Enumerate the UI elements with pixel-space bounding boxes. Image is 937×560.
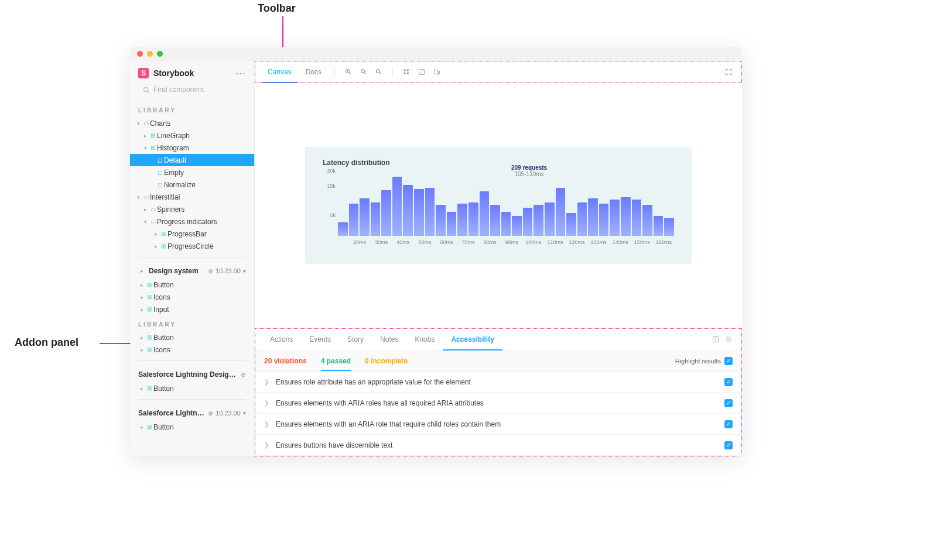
addon-tab-story[interactable]: Story (339, 328, 372, 351)
x-tick: 20ms (350, 239, 370, 245)
chart-bar (545, 202, 555, 236)
chart-bar (447, 212, 457, 236)
tree-label: ProgressCircle (167, 242, 249, 250)
component-icon: ⊞ (159, 243, 167, 249)
chevron-down-icon: ▾ (243, 410, 246, 416)
tree-folder-spinners[interactable]: ▸ ▭ Spinners (130, 203, 254, 215)
caret-icon: ▸ (138, 268, 145, 274)
addon-tab-actions[interactable]: Actions (262, 328, 301, 351)
chart-bar (414, 189, 424, 236)
component-icon: ⊞ (145, 281, 153, 288)
addon-tab-notes[interactable]: Notes (372, 328, 406, 351)
group-salesforce-2[interactable]: Salesforce Lightni... ⊕ 10.23.00 ▾ (130, 404, 254, 421)
sidebar-more-button[interactable]: ··· (236, 69, 246, 78)
tree-component-input[interactable]: ▸⊞Input (130, 303, 254, 315)
canvas-area: Latency distribution 209 requests 105-11… (255, 83, 742, 328)
viewport-icon[interactable] (430, 68, 443, 76)
a11y-violations-tab[interactable]: 20 violations (264, 357, 307, 365)
a11y-rule-text: Ensures role attribute has an appropriat… (276, 378, 719, 386)
tab-canvas[interactable]: Canvas (262, 61, 297, 83)
tree-component-progresscircle[interactable]: ▸ ⊞ ProgressCircle (130, 240, 254, 252)
x-tick: 40ms (393, 239, 413, 245)
tree-label: Normalize (164, 181, 249, 189)
window-close-button[interactable] (137, 51, 143, 57)
tree-label: Button (153, 334, 249, 342)
chart-bar (349, 204, 359, 236)
app-title: Storybook (153, 68, 236, 78)
chart-bar (512, 216, 522, 236)
tree-story-default[interactable]: ◻ Default (130, 154, 254, 166)
component-icon: ⊞ (145, 334, 153, 341)
background-icon[interactable] (415, 68, 428, 76)
a11y-rule-row[interactable]: ❯Ensures role attribute has an appropria… (255, 372, 742, 393)
addon-tab-accessibility[interactable]: Accessibility (443, 328, 502, 351)
tree-component-icons[interactable]: ▸⊞Icons (130, 291, 254, 303)
tree-folder-progress-indicators[interactable]: ▾ ▭ Progress indicators (130, 215, 254, 228)
x-tick: 70ms (458, 239, 478, 245)
tree-folder-charts[interactable]: ▾ ▭ Charts (130, 117, 254, 129)
a11y-passed-tab[interactable]: 4 passed (321, 357, 351, 370)
close-panel-icon[interactable] (722, 335, 735, 343)
window-minimize-button[interactable] (147, 51, 153, 57)
sidebar-header: S Storybook ··· (130, 61, 254, 83)
sidebar-scroll[interactable]: LIBRARY ▾ ▭ Charts ▸ ⊞ LineGraph ▾ ⊞ (130, 101, 254, 456)
chart-bar (523, 208, 533, 236)
a11y-rule-checkbox[interactable]: ✓ (724, 399, 733, 407)
a11y-rule-checkbox[interactable]: ✓ (724, 441, 733, 449)
fullscreen-icon[interactable] (722, 68, 735, 76)
zoom-in-icon[interactable] (342, 68, 355, 76)
group-design-system[interactable]: ▸ Design system ⊕ 10.23.00 ▾ (130, 262, 254, 279)
group-salesforce-1[interactable]: Salesforce Lightning Design S... ⊕ (130, 366, 254, 382)
window-maximize-button[interactable] (157, 51, 163, 57)
bookmark-icon: ◻ (156, 169, 164, 176)
search-input[interactable] (153, 85, 241, 94)
caret-icon: ▸ (142, 207, 149, 212)
tree-folder-interstitial[interactable]: ▾ ▭ Interstitial (130, 191, 254, 203)
tree-component-button[interactable]: ▸⊞Button (130, 421, 254, 433)
zoom-reset-icon[interactable] (372, 68, 385, 76)
sidebar: S Storybook ··· LIBRARY ▾ ▭ (130, 61, 255, 456)
a11y-rule-row[interactable]: ❯Ensures buttons have discernible text✓ (255, 435, 742, 456)
caret-icon: ▾ (135, 194, 142, 200)
group-version: 10.23.00 (216, 267, 241, 274)
grid-icon[interactable] (400, 68, 413, 76)
highlight-results-checkbox[interactable]: ✓ (724, 357, 733, 365)
tree-story-empty[interactable]: ◻ Empty (130, 166, 254, 178)
x-tick: 110ms (545, 239, 565, 245)
chart-bar (338, 222, 348, 236)
component-icon: ⊞ (149, 132, 157, 139)
addon-tab-knobs[interactable]: Knobs (406, 328, 443, 351)
tab-docs[interactable]: Docs (300, 61, 327, 83)
chart-bar (664, 218, 674, 236)
group-title: Salesforce Lightni... (138, 409, 204, 417)
toolbar: Canvas Docs (255, 61, 742, 83)
caret-icon: ▾ (142, 219, 149, 225)
addon-panel: Actions Events Story Notes Knobs Accessi… (255, 328, 742, 456)
zoom-out-icon[interactable] (357, 68, 370, 76)
svg-line-7 (364, 73, 366, 74)
chevron-right-icon: ❯ (264, 379, 270, 385)
tree-component-button[interactable]: ▸⊞Button (130, 331, 254, 343)
tree-component-button[interactable]: ▸⊞Button (130, 279, 254, 291)
y-tick: 5k (323, 212, 336, 218)
a11y-incomplete-tab[interactable]: 0 incomplete (365, 357, 408, 365)
x-tick: 100ms (523, 239, 543, 245)
a11y-rule-checkbox[interactable]: ✓ (724, 420, 733, 428)
addon-tab-events[interactable]: Events (301, 328, 339, 351)
search-input-wrap[interactable] (138, 83, 246, 95)
tree-component-linegraph[interactable]: ▸ ⊞ LineGraph (130, 129, 254, 142)
a11y-rule-checkbox[interactable]: ✓ (724, 378, 733, 386)
tree-component-histogram[interactable]: ▾ ⊞ Histogram (130, 142, 254, 154)
svg-rect-13 (404, 73, 406, 74)
tree-component-button[interactable]: ▸⊞Button (130, 382, 254, 394)
chart-bar (534, 205, 543, 236)
tree-component-icons[interactable]: ▸⊞Icons (130, 343, 254, 356)
panel-orientation-icon[interactable] (709, 335, 722, 343)
globe-icon: ⊕ (208, 267, 213, 275)
tree-story-normalize[interactable]: ◻ Normalize (130, 178, 254, 191)
a11y-rule-text: Ensures elements with ARIA roles have al… (276, 399, 719, 407)
a11y-rule-row[interactable]: ❯Ensures elements with an ARIA role that… (255, 414, 742, 435)
tree-component-progressbar[interactable]: ▸ ⊞ ProgressBar (130, 228, 254, 240)
tree-label: Charts (150, 119, 249, 128)
a11y-rule-row[interactable]: ❯Ensures elements with ARIA roles have a… (255, 393, 742, 414)
